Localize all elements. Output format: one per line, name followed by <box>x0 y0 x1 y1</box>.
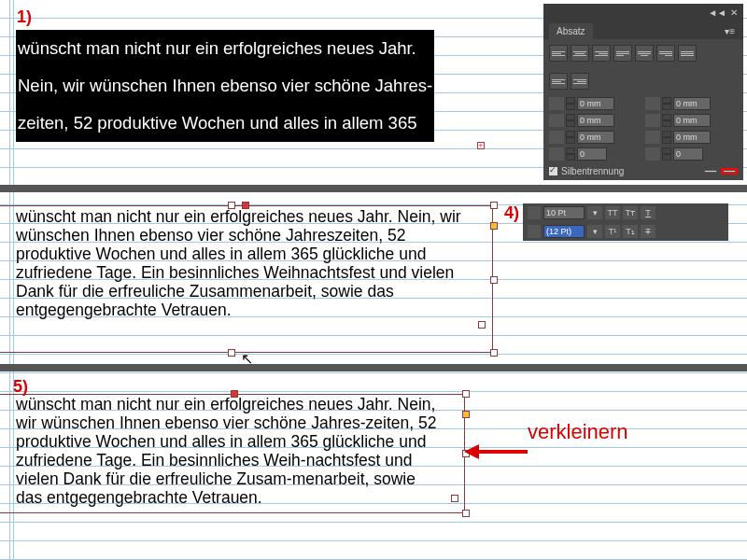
indent-last-icon <box>645 114 660 127</box>
text-block-1[interactable]: wünscht man nicht nur ein erfolgreiches … <box>16 30 434 142</box>
sel-line-2: Nein, wir wünschen Ihnen ebenso vier sch… <box>17 76 433 95</box>
character-panel[interactable]: ▾ TT Tᴛ T ▾ T¹ T₁ T <box>523 203 728 241</box>
align-away-spine-button[interactable] <box>571 73 589 90</box>
frame3-handle-tr[interactable] <box>462 390 470 398</box>
align-center-button[interactable] <box>571 45 589 62</box>
paragraph-panel[interactable]: ◄◄ ✕ Absatz ▾≡ Silbentrennung <box>543 4 743 180</box>
tab-label: Absatz <box>557 26 585 36</box>
indent-left-icon <box>549 97 564 110</box>
cursor-icon: ↖ <box>241 350 253 368</box>
sel-line-3: zeiten, 52 produktive Wochen und alles i… <box>17 113 417 133</box>
smallcaps-button[interactable]: Tᴛ <box>623 206 638 219</box>
justify-full-button[interactable] <box>678 45 697 62</box>
frame2-handle-r[interactable] <box>490 276 498 284</box>
frame2-out-port[interactable] <box>478 321 486 329</box>
indent-right-input[interactable] <box>673 97 711 110</box>
align-row-1 <box>543 39 743 67</box>
spinner[interactable] <box>566 147 575 161</box>
justify-right-button[interactable] <box>656 45 675 62</box>
dropdown-icon[interactable]: ▾ <box>587 206 602 219</box>
indent-first-icon <box>549 114 564 127</box>
frame2-handle-tr[interactable] <box>490 202 498 209</box>
underline-button[interactable]: T <box>641 206 655 219</box>
superscript-button[interactable]: T¹ <box>605 225 620 238</box>
tab-paragraph[interactable]: Absatz <box>549 23 593 39</box>
frame3-handle-top-red[interactable] <box>231 390 238 398</box>
frame2-handle-t[interactable] <box>228 202 235 209</box>
divider-1 <box>0 185 747 192</box>
frame2-handle-b[interactable] <box>228 349 235 357</box>
divider-2 <box>0 364 747 371</box>
frame3-handle-yellow[interactable] <box>462 411 470 418</box>
justify-left-button[interactable] <box>613 45 632 62</box>
marker-1: 1) <box>17 7 32 27</box>
hyphenation-label: Silbentrennung <box>561 166 624 176</box>
dropcap-lines-icon <box>549 147 564 161</box>
shading-button-1[interactable] <box>704 170 717 173</box>
shading-button-2[interactable] <box>721 168 738 175</box>
align-row-2 <box>543 67 743 95</box>
sel-line-1: wünscht man nicht nur ein erfolgreiches … <box>17 38 417 58</box>
text-frame-3[interactable] <box>0 394 465 513</box>
strikethrough-button[interactable]: T <box>641 225 655 238</box>
close-icon[interactable]: ✕ <box>730 7 738 18</box>
subscript-button[interactable]: T₁ <box>623 225 638 238</box>
align-spine-button[interactable] <box>549 73 568 90</box>
spinner[interactable] <box>662 147 671 161</box>
justify-center-button[interactable] <box>635 45 654 62</box>
space-after-icon <box>645 131 660 144</box>
frame2-handle-br[interactable] <box>490 349 498 357</box>
marker-5: 5) <box>13 377 28 397</box>
dropdown-icon[interactable]: ▾ <box>587 225 602 238</box>
hyphenation-checkbox[interactable] <box>549 167 557 175</box>
overset-indicator[interactable]: + <box>477 142 485 149</box>
dropcap-chars-input[interactable] <box>673 147 703 161</box>
font-size-icon <box>528 206 541 219</box>
align-right-button[interactable] <box>592 45 611 62</box>
indent-last-input[interactable] <box>673 114 711 127</box>
indent-first-input[interactable] <box>577 114 614 127</box>
arrow-icon <box>464 442 529 461</box>
spinner[interactable] <box>662 97 671 110</box>
spinner[interactable] <box>566 97 575 110</box>
leading-icon <box>528 225 541 238</box>
spinner[interactable] <box>566 131 575 144</box>
collapse-icon[interactable]: ◄◄ <box>708 7 726 18</box>
frame3-out-port[interactable] <box>451 495 458 502</box>
font-size-input[interactable] <box>543 206 585 219</box>
frame2-handle-top-red[interactable] <box>242 202 249 209</box>
leading-input[interactable] <box>543 225 585 238</box>
frame2-handle-yellow[interactable] <box>490 222 498 230</box>
marker-4: 4) <box>504 203 519 223</box>
svg-marker-1 <box>464 444 479 459</box>
panel-header[interactable]: ◄◄ ✕ <box>543 4 743 21</box>
align-left-button[interactable] <box>549 45 568 62</box>
arrow-label: verkleinern <box>528 420 628 444</box>
space-before-icon <box>549 131 564 144</box>
space-after-input[interactable] <box>673 131 711 144</box>
indent-right-icon <box>645 97 660 110</box>
space-before-input[interactable] <box>577 131 614 144</box>
spinner[interactable] <box>566 114 575 127</box>
frame3-handle-br[interactable] <box>462 510 470 517</box>
dropcap-lines-input[interactable] <box>577 147 607 161</box>
indent-left-input[interactable] <box>577 97 614 110</box>
spinner[interactable] <box>662 131 671 144</box>
allcaps-button[interactable]: TT <box>605 206 620 219</box>
panel-menu-icon[interactable]: ▾≡ <box>722 23 738 39</box>
text-frame-2[interactable] <box>0 205 493 353</box>
dropcap-chars-icon <box>645 147 660 161</box>
spinner[interactable] <box>662 114 671 127</box>
